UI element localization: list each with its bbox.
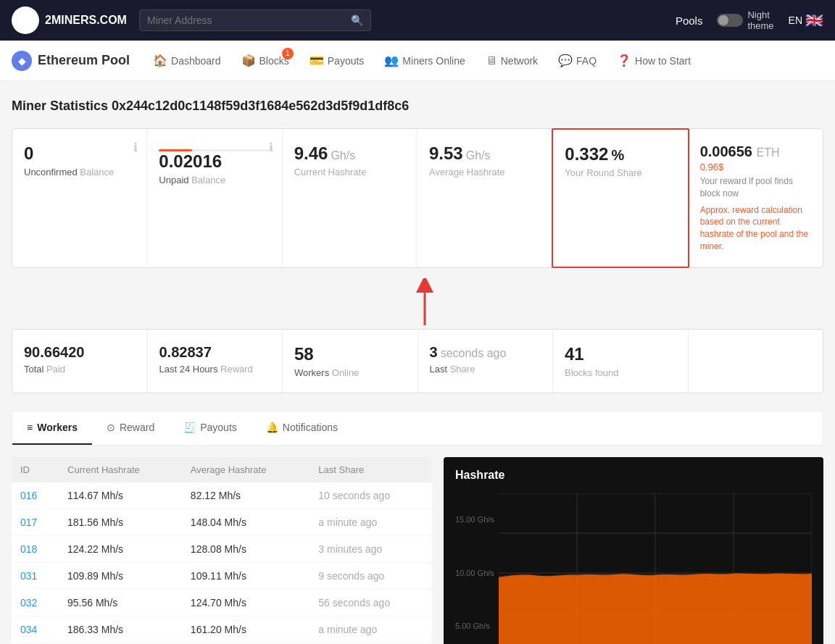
total-paid-value: 90.66420 bbox=[24, 344, 136, 361]
tab-workers[interactable]: ≡ Workers bbox=[12, 411, 92, 445]
worker-average-hashrate: 148.04 Mh/s bbox=[182, 509, 310, 535]
stat-value-unpaid: 0.02016 bbox=[159, 151, 270, 172]
pool-title: Ethereum Pool bbox=[38, 53, 130, 68]
worker-last-share: 9 seconds ago bbox=[310, 562, 432, 589]
worker-id[interactable]: 018 bbox=[12, 535, 59, 562]
col-header-current: Current Hashrate bbox=[59, 457, 182, 482]
info-icon-2[interactable]: ℹ bbox=[269, 141, 273, 154]
nav-logo: ◆ Ethereum Pool bbox=[12, 51, 130, 71]
worker-average-hashrate: 128.08 Mh/s bbox=[182, 535, 310, 562]
nav-faq-label: FAQ bbox=[576, 55, 597, 67]
stat-label-current-hashrate: Current Hashrate bbox=[294, 167, 405, 177]
miner-title: Miner Statistics 0x244c12d0c1148f59d3f16… bbox=[12, 99, 823, 114]
nav-miners-label: Miners Online bbox=[402, 55, 465, 67]
col-header-last: Last Share bbox=[310, 457, 432, 482]
unpaid-progress-bar bbox=[159, 149, 270, 151]
worker-last-share: a minute ago bbox=[310, 616, 432, 643]
worker-average-hashrate: 161.20 Mh/s bbox=[182, 616, 310, 643]
theme-toggle-switch[interactable] bbox=[717, 14, 743, 27]
header-right: Pools Nighttheme EN 🇬🇧 bbox=[676, 9, 823, 31]
info-icon-1[interactable]: ℹ bbox=[133, 141, 138, 154]
stat-label-average-hashrate: Average Hashrate bbox=[429, 167, 540, 177]
nav-how-to-start[interactable]: ❓ How to Start bbox=[608, 41, 699, 81]
language-selector[interactable]: EN 🇬🇧 bbox=[789, 12, 823, 29]
worker-id[interactable]: 016 bbox=[12, 482, 59, 509]
stat-placeholder bbox=[689, 330, 823, 393]
stat-last-24h: 0.82837 Last 24 Hours Reward bbox=[148, 330, 283, 393]
eth-icon: ◆ bbox=[12, 51, 32, 71]
payouts-tab-label: Payouts bbox=[200, 422, 237, 433]
workers-online-label: Workers Online bbox=[294, 367, 406, 378]
chart-canvas bbox=[499, 493, 812, 644]
worker-id[interactable]: 034 bbox=[12, 616, 59, 643]
workers-table: ID Current Hashrate Average Hashrate Las… bbox=[12, 457, 432, 643]
notifications-tab-icon: 🔔 bbox=[266, 422, 278, 433]
nav-dashboard[interactable]: 🏠 Dashboard bbox=[144, 41, 230, 81]
chart-svg bbox=[499, 493, 812, 644]
eth-value: 0.00656 bbox=[700, 143, 757, 159]
unpaid-progress-fill bbox=[159, 149, 192, 151]
miner-title-label: Miner Statistics bbox=[12, 99, 112, 113]
search-input[interactable] bbox=[147, 14, 345, 26]
miners-icon: 👥 bbox=[384, 54, 399, 67]
workers-table-section: ID Current Hashrate Average Hashrate Las… bbox=[12, 457, 432, 644]
worker-current-hashrate: 181.56 Mh/s bbox=[59, 509, 182, 535]
tab-notifications[interactable]: 🔔 Notifications bbox=[252, 411, 352, 445]
logo-area: ⛏ 2MINERS.COM bbox=[12, 7, 128, 34]
col-header-id: ID bbox=[12, 457, 59, 482]
reward-tab-label: Reward bbox=[120, 422, 154, 433]
arrow-annotation bbox=[12, 285, 823, 329]
logo-icon: ⛏ bbox=[12, 7, 39, 34]
chart-y-labels: 15.00 Gh/s 10.00 Gh/s 5.00 Gh/s bbox=[455, 493, 494, 644]
worker-last-share: a minute ago bbox=[310, 509, 432, 535]
nav-blocks[interactable]: 📦 Blocks 1 bbox=[233, 41, 298, 81]
blocks-found-value: 41 bbox=[565, 344, 676, 364]
worker-average-hashrate: 124.70 Mh/s bbox=[182, 589, 310, 616]
worker-current-hashrate: 95.56 Mh/s bbox=[59, 589, 182, 616]
miner-address: 0x244c12d0c1148f59d3f1684e562d3d5f9d1df8… bbox=[112, 99, 409, 113]
worker-current-hashrate: 124.22 Mh/s bbox=[59, 535, 182, 562]
nav-payouts[interactable]: 💳 Payouts bbox=[301, 41, 373, 81]
workers-online-value: 58 bbox=[294, 344, 406, 364]
blocks-badge: 1 bbox=[282, 48, 294, 59]
notifications-tab-label: Notifications bbox=[283, 422, 338, 433]
network-icon: 🖥 bbox=[486, 54, 497, 67]
stat-value-current-hashrate: 9.46 Gh/s bbox=[294, 143, 405, 164]
stat-blocks-found: 41 Blocks found bbox=[553, 330, 689, 393]
worker-id[interactable]: 032 bbox=[12, 589, 59, 616]
stat-total-paid: 90.66420 Total Paid bbox=[12, 330, 148, 393]
workers-tab-label: Workers bbox=[37, 422, 78, 433]
nav-miners-online[interactable]: 👥 Miners Online bbox=[375, 41, 473, 81]
night-theme-toggle[interactable]: Nighttheme bbox=[717, 9, 773, 31]
nav-how-label: How to Start bbox=[635, 55, 691, 67]
stat-last-share: 3 seconds ago Last Share bbox=[418, 330, 554, 393]
stat-label-unpaid: Unpaid Balance bbox=[159, 175, 270, 185]
nav-network[interactable]: 🖥 Network bbox=[477, 41, 547, 81]
stat-label-unconfirmed: Unconfirmed Balance bbox=[24, 167, 135, 177]
search-bar[interactable]: 🔍 bbox=[139, 9, 371, 31]
worker-id[interactable]: 031 bbox=[12, 562, 59, 589]
stat-value-round-share: 0.332 % bbox=[565, 144, 676, 164]
pools-button[interactable]: Pools bbox=[676, 14, 703, 27]
tab-reward[interactable]: ⊙ Reward bbox=[92, 411, 169, 445]
stat-round-share: 0.332 % Your Round Share bbox=[552, 128, 689, 268]
worker-average-hashrate: 82.12 Mh/s bbox=[182, 482, 310, 509]
eth-value-wrap: 0.00656 ETH bbox=[700, 143, 811, 160]
last-24h-value: 0.82837 bbox=[159, 344, 271, 361]
chart-title: Hashrate bbox=[455, 469, 812, 482]
last-share-value: 3 seconds ago bbox=[430, 344, 541, 361]
chart-area: 15.00 Gh/s 10.00 Gh/s 5.00 Gh/s bbox=[455, 493, 812, 644]
nav-bar: ◆ Ethereum Pool 🏠 Dashboard 📦 Blocks 1 💳… bbox=[0, 41, 835, 81]
usd-value: 0.96$ bbox=[700, 162, 811, 172]
table-row: 016 114.67 Mh/s 82.12 Mh/s 10 seconds ag… bbox=[12, 482, 432, 509]
blocks-icon: 📦 bbox=[241, 54, 256, 67]
stat-average-hashrate: 9.53 Gh/s Average Hashrate bbox=[418, 129, 552, 267]
worker-id[interactable]: 017 bbox=[12, 509, 59, 535]
y-label-3: 5.00 Gh/s bbox=[455, 622, 494, 630]
nav-faq[interactable]: 💬 FAQ bbox=[549, 41, 605, 81]
last-24h-label: Last 24 Hours Reward bbox=[159, 364, 271, 375]
night-theme-label: Nighttheme bbox=[747, 9, 773, 31]
nav-dashboard-label: Dashboard bbox=[171, 55, 221, 67]
lang-code: EN bbox=[789, 14, 802, 26]
tab-payouts[interactable]: 🧾 Payouts bbox=[169, 411, 252, 445]
